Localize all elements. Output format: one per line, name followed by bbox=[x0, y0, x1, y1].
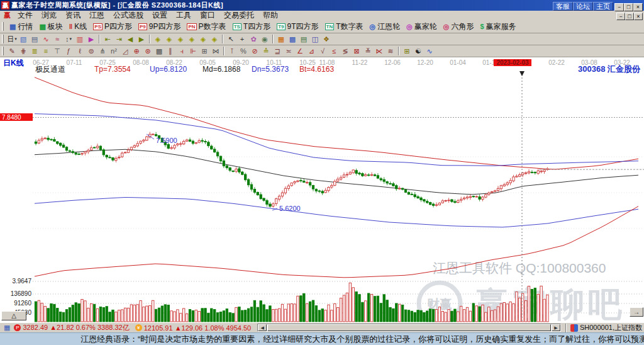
toolbar-button-9T四方形[interactable]: T99T四方形 bbox=[274, 21, 321, 33]
draw-tool-icon-12[interactable]: ⊕ bbox=[131, 46, 142, 56]
chart-tool-icon-10[interactable]: ⇤ bbox=[102, 34, 113, 44]
menu-item-窗口[interactable]: 窗口 bbox=[196, 10, 219, 21]
menu-item-资讯[interactable]: 资讯 bbox=[61, 10, 85, 21]
menu-item-公式选股[interactable]: 公式选股 bbox=[109, 10, 148, 21]
toolbar-button-P数字表[interactable]: PNP数字表 bbox=[184, 21, 229, 33]
chart-tool-icon-3[interactable]: ▤ bbox=[29, 34, 40, 44]
draw-tool-icon-31[interactable]: ≶ bbox=[340, 46, 351, 56]
draw-tool-icon-15[interactable]: ∥ bbox=[165, 46, 176, 56]
draw-tool-icon-32[interactable]: ⊠ bbox=[351, 46, 362, 56]
draw-tool-icon-10[interactable]: n² bbox=[108, 46, 119, 56]
menu-item-交易委托[interactable]: 交易委托 bbox=[219, 10, 258, 21]
chart-tool-icon-30[interactable]: ◫ bbox=[309, 34, 321, 44]
toolbar-grip[interactable] bbox=[2, 22, 4, 31]
menu-item-设置[interactable]: 设置 bbox=[148, 10, 172, 21]
chart-tool-icon-24[interactable]: ✿ bbox=[248, 34, 259, 44]
toolbar-button-T数字表[interactable]: TNT数字表 bbox=[322, 21, 367, 33]
chart-tool-icon-1[interactable]: 日▾ bbox=[6, 34, 18, 44]
chart-tool-icon-31[interactable]: ❖ bbox=[321, 34, 332, 44]
minimize-button[interactable]: － bbox=[614, 3, 624, 11]
draw-tool-icon-30[interactable]: ≤ bbox=[328, 46, 340, 56]
toolbar-button-板块[interactable]: ▩板块 bbox=[36, 21, 65, 33]
draw-tool-icon-18[interactable]: ⊞ bbox=[199, 46, 210, 56]
chart-tool-icon-23[interactable]: + bbox=[236, 34, 248, 44]
draw-tool-icon-25[interactable]: ⊒ bbox=[272, 46, 283, 56]
draw-tool-icon-8[interactable]: ⊜ bbox=[86, 46, 97, 56]
chart-tool-icon-25[interactable]: ◉ bbox=[259, 34, 270, 44]
index-quote-2[interactable]: 12105.91 ▲129.06 1.08% 4954.50 bbox=[144, 324, 252, 332]
draw-tool-icon-23[interactable]: ⊘ bbox=[249, 46, 260, 56]
chart-tool-icon-15[interactable]: ◈ bbox=[152, 34, 164, 44]
draw-tool-icon-4[interactable]: ≡ bbox=[40, 46, 52, 56]
draw-tool-icon-1[interactable]: ✎ bbox=[6, 46, 18, 56]
draw-tool-icon-22[interactable]: % bbox=[238, 46, 249, 56]
scrollbar-thumb[interactable] bbox=[267, 324, 551, 331]
horizontal-scrollbar[interactable]: ◀ ▶ bbox=[257, 324, 561, 332]
titlebar-link-2[interactable]: 论坛 bbox=[573, 2, 593, 11]
draw-tool-icon-13[interactable]: ⊛ bbox=[142, 46, 153, 56]
draw-tool-icon-3[interactable]: ≣ bbox=[29, 46, 40, 56]
draw-tool-icon-27[interactable]: ∠ bbox=[294, 46, 306, 56]
toolbar-grip[interactable] bbox=[2, 47, 4, 55]
index-quote-1[interactable]: 3282.49 ▲21.82 0.67% 3388.32亿 bbox=[23, 323, 129, 332]
chart-tool-icon-22[interactable]: ↖ bbox=[225, 34, 236, 44]
toolbar-button-赢家轮[interactable]: ◎赢家轮 bbox=[403, 21, 440, 33]
menu-item-工具[interactable]: 工具 bbox=[172, 10, 196, 21]
draw-tool-icon-21[interactable]: ⊺ bbox=[226, 46, 238, 56]
draw-tool-icon-14[interactable]: ▩ bbox=[153, 46, 165, 56]
draw-tool-icon-28[interactable]: ⊿ bbox=[306, 46, 317, 56]
toolbar-button-六角形[interactable]: ◎六角形 bbox=[440, 21, 477, 33]
chart-tool-icon-4[interactable]: ∿ bbox=[40, 34, 52, 44]
draw-tool-icon-38[interactable]: ☯ bbox=[413, 46, 424, 56]
toolbar-button-K线[interactable]: ‖K线 bbox=[66, 21, 91, 33]
chart-tool-icon-16[interactable]: ◈ bbox=[164, 34, 175, 44]
toolbar-button-9P四方形[interactable]: P99P四方形 bbox=[135, 21, 184, 33]
draw-tool-icon-7[interactable]: ℓ bbox=[74, 46, 86, 56]
draw-tool-icon-39[interactable]: ∿ bbox=[424, 46, 435, 56]
draw-tool-icon-9[interactable]: ⋔ bbox=[97, 46, 108, 56]
menu-item-浏览[interactable]: 浏览 bbox=[37, 10, 61, 21]
scroll-left-button[interactable]: ◀ bbox=[258, 324, 267, 331]
titlebar-link-3[interactable]: 主页 bbox=[593, 2, 613, 11]
toolbar-button-P四方形[interactable]: PSP四方形 bbox=[90, 21, 135, 33]
chart-area[interactable]: 江恩工具软件 QQ:100800360赢家聊吧财赢06-2707-1107-25… bbox=[0, 57, 644, 322]
toolbar-grip[interactable] bbox=[2, 35, 4, 43]
chart-tool-icon-8[interactable]: ▶ bbox=[86, 34, 97, 44]
chart-tool-icon-6[interactable]: ↕▾ bbox=[63, 34, 74, 44]
draw-tool-icon-34[interactable]: ⋉ bbox=[374, 46, 385, 56]
chart-tool-icon-19[interactable]: ◈ bbox=[197, 34, 209, 44]
restore-button[interactable]: □ bbox=[624, 3, 633, 11]
expand-panel-button[interactable]: △ bbox=[1, 311, 26, 320]
quote-grid-icon[interactable]: ▦ bbox=[4, 324, 10, 332]
current-index-label[interactable]: SH000001,上证指数 bbox=[580, 323, 642, 332]
menu-item-江恩[interactable]: 江恩 bbox=[85, 10, 109, 21]
draw-tool-icon-5[interactable]: ⊤ bbox=[52, 46, 63, 56]
chart-tool-icon-5[interactable]: ≈ bbox=[52, 34, 63, 44]
mdi-restore-button[interactable]: □ bbox=[625, 13, 634, 20]
draw-tool-icon-2[interactable]: ⋕ bbox=[18, 46, 29, 56]
draw-tool-icon-16[interactable]: ⫞ bbox=[176, 46, 187, 56]
chart-tool-icon-12[interactable]: ◀ bbox=[125, 34, 136, 44]
toolbar-button-行情[interactable]: ▦行情 bbox=[6, 21, 36, 33]
chart-tool-icon-7[interactable]: ▥ bbox=[74, 34, 86, 44]
toolbar-button-江恩轮[interactable]: ◎江恩轮 bbox=[367, 21, 404, 33]
candlestick-chart[interactable]: 江恩工具软件 QQ:100800360赢家聊吧财赢06-2707-1107-25… bbox=[0, 57, 644, 322]
draw-tool-icon-26[interactable]: ≍ bbox=[283, 46, 294, 56]
toolbar-button-T四方形[interactable]: TST四方形 bbox=[230, 21, 274, 33]
draw-tool-icon-29[interactable]: √ bbox=[317, 46, 328, 56]
chart-scroll-right-button[interactable]: → bbox=[630, 307, 643, 317]
draw-tool-icon-37[interactable]: ⊞ bbox=[401, 46, 413, 56]
chart-tool-icon-18[interactable]: ◈ bbox=[186, 34, 197, 44]
draw-tool-icon-17[interactable]: ⊩ bbox=[187, 46, 199, 56]
toolbar-button-赢家服务[interactable]: $赢家服务 bbox=[477, 21, 519, 33]
draw-tool-icon-24[interactable]: ≙ bbox=[260, 46, 272, 56]
menu-item-文件[interactable]: 文件 bbox=[13, 10, 37, 21]
mdi-minimize-button[interactable]: － bbox=[616, 13, 625, 20]
chart-tool-icon-20[interactable]: ◈ bbox=[209, 34, 220, 44]
titlebar-link-1[interactable]: 客服 bbox=[553, 2, 573, 11]
mdi-close-button[interactable]: × bbox=[634, 13, 643, 20]
chart-tool-icon-17[interactable]: ◈ bbox=[175, 34, 186, 44]
draw-tool-icon-33[interactable]: ≚ bbox=[362, 46, 374, 56]
draw-tool-icon-11[interactable]: ◿ bbox=[119, 46, 131, 56]
draw-tool-icon-6[interactable]: ƒ bbox=[63, 46, 74, 56]
